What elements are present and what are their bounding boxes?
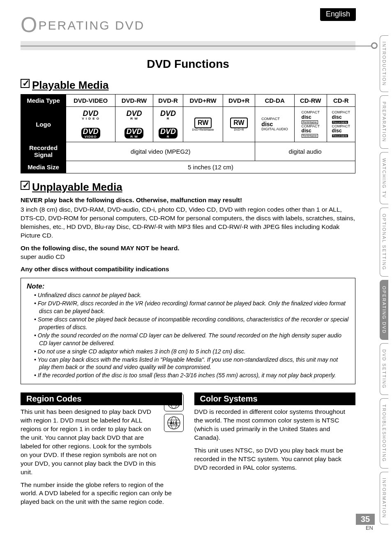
tab-information[interactable]: INFORMATION	[380, 472, 388, 524]
playable-heading: Playable Media	[21, 79, 355, 92]
color-p1: DVD is recorded in different color syste…	[194, 408, 356, 442]
svg-text:1: 1	[172, 400, 175, 405]
recorded-signal-audio: digital audio	[255, 142, 355, 161]
logo-cd-r: COMPACTdiscRecordable COMPACTdiscRecorda…	[327, 107, 355, 142]
col-header: DVD-R	[153, 95, 183, 107]
note-box: Note: Unfinalized discs cannot be played…	[21, 278, 355, 384]
region-p2: The number inside the globe refers to re…	[21, 481, 182, 507]
side-tabs: INTRODUCTION PREPARATION WATCHING TV OPT…	[380, 35, 392, 528]
row-label-media-size: Media Size	[21, 161, 66, 173]
page-lang: EN	[356, 525, 375, 531]
logo-dvd-plus-r: RWDVD+R	[223, 107, 255, 142]
region-globe-1-icon: 1	[164, 393, 184, 411]
color-systems-title: Color Systems	[194, 392, 356, 405]
page-number: 35	[356, 514, 375, 525]
unplayable-heading: Unplayable Media	[21, 181, 355, 194]
tab-dvd-setting[interactable]: DVD SETTING	[380, 343, 388, 395]
logo-cd-da: COMPACTdiscDIGITAL AUDIO	[255, 107, 295, 142]
note-item: Only the sound recorded on the normal CD…	[34, 332, 349, 347]
page-footer: 35 EN	[356, 514, 375, 531]
col-header: DVD+R	[223, 95, 255, 107]
unplayable-warning: NEVER play back the following discs. Oth…	[21, 196, 355, 205]
region-codes-title: Region Codes	[21, 392, 182, 405]
note-item: For DVD-RW/R, discs recorded in the VR (…	[34, 300, 349, 315]
tab-watching-tv[interactable]: WATCHING TV	[380, 152, 388, 205]
svg-text:ALL: ALL	[170, 421, 178, 425]
row-label-media-type: Media Type	[21, 95, 66, 107]
chapter-heading: OPERATING DVD	[21, 12, 355, 39]
chapter-initial: O	[21, 13, 38, 37]
col-header: CD-DA	[255, 95, 295, 107]
col-header: DVD-VIDEO	[66, 95, 115, 107]
note-item: You can play back discs with the marks l…	[34, 356, 349, 372]
logo-dvd-video: DVDV I D E O DVDVIDEO	[66, 107, 115, 142]
tab-preparation[interactable]: PREPARATION	[380, 95, 388, 148]
table-row: Recorded Signal digital video (MPEG2) di…	[21, 142, 355, 161]
unplayable-other-heading: Any other discs without compatibility in…	[21, 265, 355, 274]
logo-cd-rw: COMPACTdiscReWritable COMPACTdiscReWrita…	[294, 107, 327, 142]
region-p1: This unit has been designed to play back…	[21, 408, 182, 476]
unplayable-sound-body: super audio CD	[21, 253, 355, 261]
playable-media-table: Media Type DVD-VIDEO DVD-RW DVD-R DVD+RW…	[21, 94, 355, 173]
region-globe-all-icon: ALL	[164, 414, 184, 432]
tab-troubleshooting[interactable]: TROUBLESHOOTING	[380, 398, 388, 469]
col-header: CD-RW	[294, 95, 327, 107]
note-item: Some discs cannot be played back because…	[34, 316, 349, 331]
table-row: Logo DVDV I D E O DVDVIDEO DVDR W DVDR W…	[21, 107, 355, 142]
row-label-logo: Logo	[21, 107, 66, 142]
col-header: DVD+RW	[183, 95, 223, 107]
check-icon	[21, 79, 30, 88]
tab-introduction[interactable]: INTRODUCTION	[380, 35, 388, 92]
logo-dvd-rw: DVDR W DVDR W	[115, 107, 153, 142]
table-row: Media Size 5 inches (12 cm)	[21, 161, 355, 173]
table-row: Media Type DVD-VIDEO DVD-RW DVD-R DVD+RW…	[21, 95, 355, 107]
tab-optional-setting[interactable]: OPTIONAL SETTING	[380, 208, 388, 277]
note-title: Note:	[27, 282, 349, 291]
media-size-value: 5 inches (12 cm)	[66, 161, 355, 173]
col-header: CD-R	[327, 95, 355, 107]
tab-operating-dvd[interactable]: OPERATING DVD	[380, 280, 388, 340]
note-item: Do not use a single CD adaptor which mak…	[34, 348, 349, 355]
col-header: DVD-RW	[115, 95, 153, 107]
logo-dvd-plus-rw: RWDVD+ReWritable	[183, 107, 223, 142]
color-p2: This unit uses NTSC, so DVD you play bac…	[194, 446, 356, 472]
note-item: Unfinalized discs cannot be played back.	[34, 291, 349, 299]
row-label-recorded-signal: Recorded Signal	[21, 142, 66, 161]
chapter-rest: PERATING DVD	[38, 18, 145, 32]
chapter-rule	[21, 41, 355, 50]
section-title: DVD Functions	[21, 58, 355, 71]
check-icon	[21, 181, 30, 190]
note-item: If the recorded portion of the disc is t…	[34, 372, 349, 379]
logo-dvd-r: DVDR DVDR	[153, 107, 183, 142]
unplayable-list: 3 inch (8 cm) disc, DVD-RAM, DVD-audio, …	[21, 205, 355, 240]
unplayable-sound-heading: On the following disc, the sound MAY NOT…	[21, 244, 355, 253]
recorded-signal-video: digital video (MPEG2)	[66, 142, 255, 161]
